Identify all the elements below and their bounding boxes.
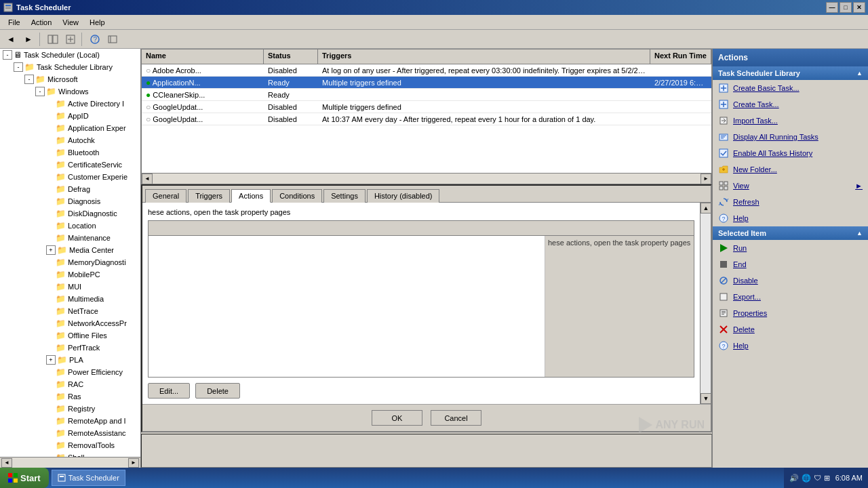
sidebar-item-ras[interactable]: 📁 Ras [0,390,140,403]
tab-triggers[interactable]: Triggers [188,189,230,203]
sidebar-item-nettrace[interactable]: 📁 NetTrace [0,305,140,317]
tab-history[interactable]: History (disabled) [367,189,440,203]
cancel-button[interactable]: Cancel [431,410,481,426]
col-header-triggers[interactable]: Triggers [318,49,650,64]
sidebar-item-registry[interactable]: 📁 Registry [0,403,140,415]
sidebar-item-cert[interactable]: 📁 CertificateServic [0,159,140,171]
action-import-task[interactable]: Import Task... [713,113,868,129]
sidebar-item-mui[interactable]: 📁 MUI [0,281,140,293]
menu-help[interactable]: Help [84,17,111,28]
sidebar-item-remoteapp[interactable]: 📁 RemoteApp and I [0,415,140,427]
action-create-basic[interactable]: Create Basic Task... [713,80,868,96]
sidebar-item-removal[interactable]: 📁 RemovalTools [0,439,140,451]
vscroll-up[interactable]: ▲ [701,203,711,214]
col-header-status[interactable]: Status [264,49,318,64]
hscroll-right[interactable]: ► [701,174,711,184]
ok-button[interactable]: OK [372,410,422,426]
sidebar-item-defrag[interactable]: 📁 Defrag [0,183,140,195]
action-end[interactable]: End [713,256,868,272]
col-header-next-run[interactable]: Next Run Time [650,49,711,64]
hscroll-track[interactable] [153,174,701,184]
task-row-selected[interactable]: ● ApplicationN... Ready Multiple trigger… [142,77,711,89]
sidebar-item-microsoft[interactable]: - 📁 Microsoft [0,73,140,85]
delete-button[interactable]: Delete [195,383,240,399]
menu-file[interactable]: File [3,17,26,28]
action-create-task[interactable]: Create Task... [713,96,868,113]
sidebar-item-networkaccess[interactable]: 📁 NetworkAccessPr [0,317,140,329]
action-properties[interactable]: Properties [713,305,868,321]
start-button[interactable]: Start [0,468,49,488]
tab-conditions[interactable]: Conditions [272,189,322,203]
sidebar-item-customer[interactable]: 📁 Customer Experie [0,171,140,183]
expand-button[interactable] [62,32,79,47]
sidebar-scroll-left[interactable]: ◄ [1,458,12,468]
task-row[interactable]: ○ GoogleUpdat... Disabled Multiple trigg… [142,101,711,113]
windows-expander[interactable]: - [35,87,45,96]
vscroll-track[interactable] [701,214,711,393]
hscroll-left[interactable]: ◄ [142,174,153,184]
sidebar-item-autochk[interactable]: 📁 Autochk [0,134,140,146]
action-help-library[interactable]: ? Help [713,210,868,226]
sidebar-item-perftrack[interactable]: 📁 PerfTrack [0,342,140,354]
sidebar-item-multimedia[interactable]: 📁 Multimedia [0,293,140,305]
maximize-button[interactable]: □ [840,2,852,13]
col-header-name[interactable]: Name [142,49,264,64]
action-view[interactable]: View ► [713,178,868,194]
actions-list-box[interactable]: hese actions, open the task property pag… [148,235,694,378]
sidebar-item-location[interactable]: 📁 Location [0,220,140,232]
back-button[interactable]: ◄ [3,32,19,47]
edit-button[interactable]: Edit... [148,383,190,399]
sidebar-item-app-exp[interactable]: 📁 Application Exper [0,122,140,134]
sidebar-scroll-right[interactable]: ► [128,458,139,468]
action-display-running[interactable]: Display All Running Tasks [713,129,868,145]
sidebar-item-diagnosis[interactable]: 📁 Diagnosis [0,195,140,207]
sidebar-item-rac[interactable]: 📁 RAC [0,378,140,390]
vscroll-down[interactable]: ▼ [701,393,711,404]
microsoft-expander[interactable]: - [24,75,34,84]
tab-actions[interactable]: Actions [231,189,271,203]
sidebar-item-maintenance[interactable]: 📁 Maintenance [0,232,140,244]
sidebar-item-offline[interactable]: 📁 Offline Files [0,329,140,342]
sidebar-item-active-directory[interactable]: 📁 Active Directory I [0,98,140,110]
mediacenter-expander[interactable]: + [46,245,56,255]
sidebar-scroll[interactable]: - 🖥 Task Scheduler (Local) - 📁 Task Sche… [0,49,140,457]
pla-expander[interactable]: + [46,355,56,365]
action-disable[interactable]: Disable [713,272,868,289]
sidebar-item-appid[interactable]: 📁 AppID [0,110,140,122]
action-run[interactable]: Run [713,240,868,256]
task-row[interactable]: ● CCleanerSkip... Ready [142,89,711,101]
sidebar-item-diskdiag[interactable]: 📁 DiskDiagnostic [0,207,140,220]
close-button[interactable]: ✕ [853,2,865,13]
sidebar-item-media-center[interactable]: + 📁 Media Center [0,244,140,256]
task-row[interactable]: ○ GoogleUpdat... Disabled At 10:37 AM ev… [142,113,711,125]
action-new-folder[interactable]: New Folder... [713,161,868,178]
show-hide-tree-button[interactable] [45,32,61,47]
task-row[interactable]: ○ Adobe Acrob... Disabled At log on of a… [142,64,711,77]
menu-action[interactable]: Action [26,17,58,28]
menu-view[interactable]: View [57,17,84,28]
help-button[interactable]: ? [87,32,103,47]
actions-section-1[interactable]: Selected Item ▲ [713,226,868,240]
tab-settings[interactable]: Settings [323,189,366,203]
sidebar-item-power[interactable]: 📁 Power Efficiency [0,366,140,378]
action-enable-history[interactable]: Enable All Tasks History [713,145,868,161]
task-list-hscroll[interactable]: ◄ ► [142,173,711,184]
forward-button[interactable]: ► [20,32,37,47]
sidebar-item-remoteassist[interactable]: 📁 RemoteAssistanc [0,427,140,439]
sidebar-item-bluetooth[interactable]: 📁 Bluetooth [0,146,140,159]
sidebar-item-shell[interactable]: 📁 Shell [0,451,140,457]
dialog-vscroll[interactable]: ▲ ▼ [700,203,711,404]
sidebar-item-mobilepc[interactable]: 📁 MobilePC [0,268,140,281]
root-expander[interactable]: - [3,50,12,60]
sidebar-item-windows[interactable]: - 📁 Windows [0,85,140,98]
action-help-selected[interactable]: ? Help [713,338,868,354]
library-expander[interactable]: - [14,62,23,72]
action-refresh[interactable]: Refresh [713,194,868,210]
minimize-button[interactable]: — [826,2,838,13]
tab-general[interactable]: General [145,189,186,203]
actions-section-0[interactable]: Task Scheduler Library ▲ [713,66,868,80]
sidebar-item-pla[interactable]: + 📁 PLA [0,354,140,366]
taskbar-app-0[interactable]: Task Scheduler [52,470,125,486]
sidebar-item-root[interactable]: - 🖥 Task Scheduler (Local) [0,49,140,61]
sidebar-item-memdiag[interactable]: 📁 MemoryDiagnosti [0,256,140,268]
